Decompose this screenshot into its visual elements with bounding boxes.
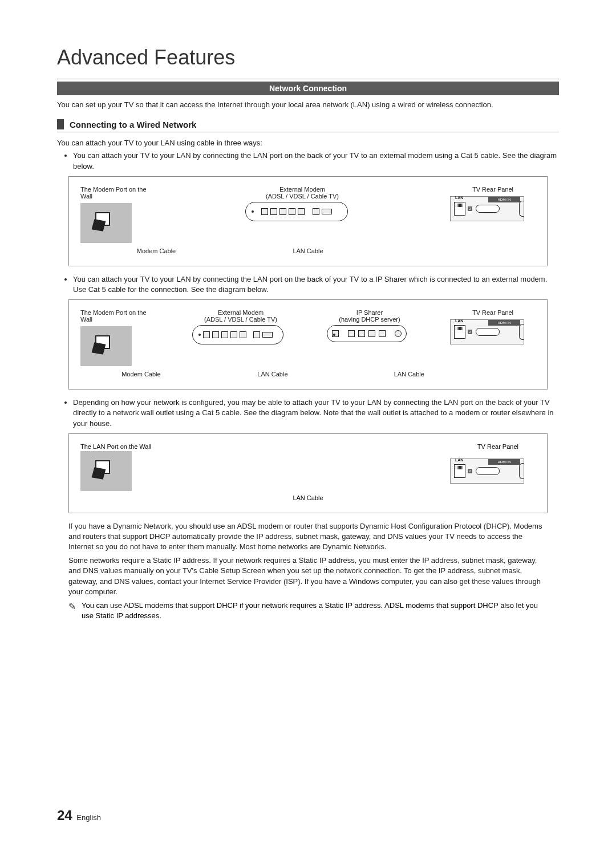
bullet-list: You can attach your TV to your LAN by co… xyxy=(57,274,559,295)
cable-label: LAN Cable xyxy=(202,371,343,378)
tv-rear-panel-icon: LAN HDMI IN 2 xyxy=(450,459,524,484)
cable-label: Modem Cable xyxy=(80,371,202,378)
lan-label: LAN xyxy=(455,319,463,323)
hdmi-label: HDMI IN xyxy=(488,320,520,326)
tv-label: TV Rear Panel xyxy=(477,443,536,450)
modem-sublabel: (ADSL / VDSL / Cable TV) xyxy=(192,316,289,323)
bullet-list: You can attach your TV to your LAN by co… xyxy=(57,151,559,171)
modem-sublabel: (ADSL / VDSL / Cable TV) xyxy=(245,193,359,200)
cable-label: Modem Cable xyxy=(81,248,231,254)
section-banner: Network Connection xyxy=(57,82,559,95)
page-number: 24 xyxy=(57,808,72,823)
diagram-1: The Modem Port on the Wall External Mode… xyxy=(68,176,548,266)
paragraph: If you have a Dynamic Network, you shoul… xyxy=(68,521,548,553)
sharer-sublabel: (having DHCP server) xyxy=(327,316,412,323)
wall-label: The LAN Port on the Wall xyxy=(80,443,151,450)
wall-icon xyxy=(80,326,132,366)
lead-text: You can attach your TV to your LAN using… xyxy=(57,138,559,148)
sharer-icon xyxy=(327,325,407,342)
subsection-title: Connecting to a Wired Network xyxy=(70,120,196,129)
hdmi-label: HDMI IN xyxy=(488,197,520,202)
bullet-list: Depending on how your network is configu… xyxy=(57,397,559,429)
wall-icon xyxy=(80,451,132,491)
modem-icon xyxy=(245,202,348,221)
sharer-label: IP Sharer xyxy=(327,309,412,316)
intro-text: You can set up your TV so that it can ac… xyxy=(57,100,559,110)
hdmi-label: HDMI IN xyxy=(488,459,520,465)
note-row: ✎ You can use ADSL modems that support D… xyxy=(68,601,548,621)
lan-label: LAN xyxy=(455,196,463,200)
subsection-header: Connecting to a Wired Network xyxy=(57,119,559,132)
page-footer: 24 English xyxy=(57,808,101,823)
tv-rear-panel-icon: LAN HDMI IN 2 xyxy=(450,319,524,344)
diagram-2: The Modem Port on the Wall External Mode… xyxy=(68,299,548,390)
lan-label: LAN xyxy=(455,458,463,462)
modem-icon xyxy=(192,325,283,344)
note-icon: ✎ xyxy=(68,601,76,613)
page-title: Advanced Features xyxy=(57,46,559,70)
tv-label: TV Rear Panel xyxy=(450,309,536,316)
wall-label: The Modem Port on the Wall xyxy=(80,309,155,323)
cable-label: LAN Cable xyxy=(233,248,383,254)
cable-label: LAN Cable xyxy=(343,371,475,378)
paragraph: Some networks require a Static IP addres… xyxy=(68,555,548,597)
tv-rear-panel-icon: LAN HDMI IN 2 xyxy=(450,196,524,221)
list-item: You can attach your TV to your LAN by co… xyxy=(73,274,559,295)
page-language: English xyxy=(76,813,101,822)
modem-label: External Modem xyxy=(245,186,359,193)
modem-label: External Modem xyxy=(192,309,289,316)
cable-label: LAN Cable xyxy=(80,494,536,501)
subsection-marker-icon xyxy=(57,119,64,129)
wall-label: The Modem Port on the Wall xyxy=(80,186,155,200)
tv-label: TV Rear Panel xyxy=(450,186,536,193)
wall-icon xyxy=(80,203,132,243)
note-text: You can use ADSL modems that support DHC… xyxy=(82,601,548,621)
list-item: Depending on how your network is configu… xyxy=(73,397,559,429)
list-item: You can attach your TV to your LAN by co… xyxy=(73,151,559,171)
diagram-3: The LAN Port on the Wall TV Rear Panel L… xyxy=(68,433,548,513)
